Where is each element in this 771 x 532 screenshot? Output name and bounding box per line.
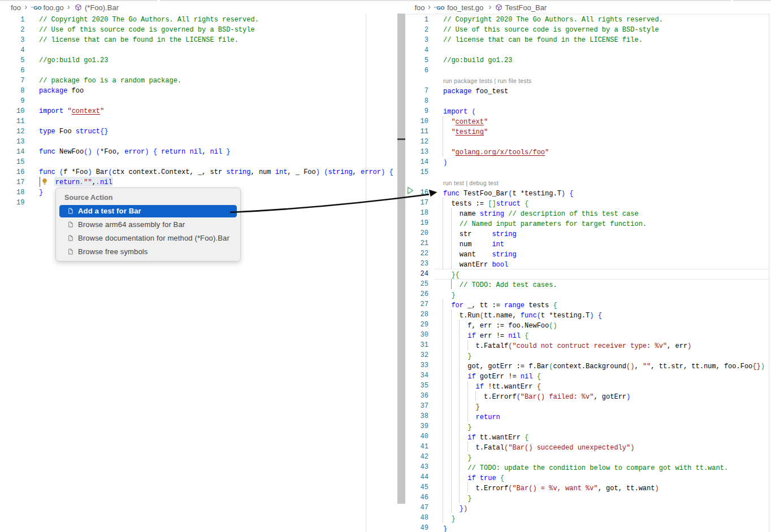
svg-text:GO: GO xyxy=(33,5,41,11)
svg-text:GO: GO xyxy=(436,5,444,11)
